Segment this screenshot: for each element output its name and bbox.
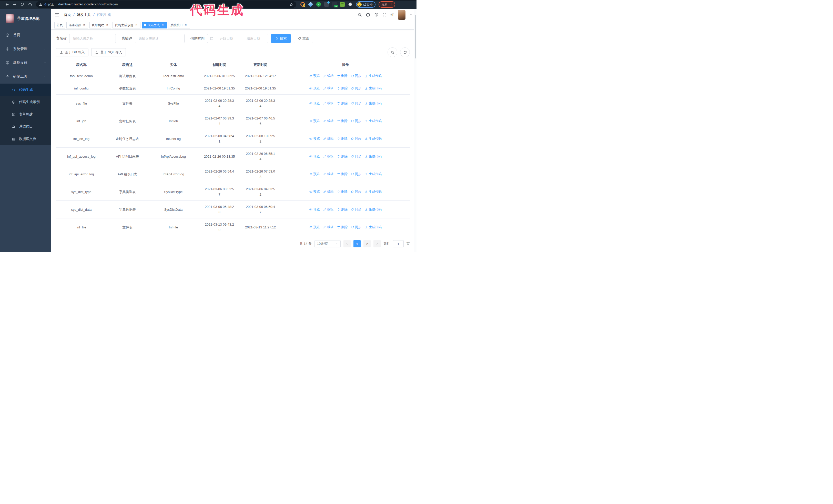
- action-download-link[interactable]: 生成代码: [365, 73, 382, 79]
- action-download-link[interactable]: 生成代码: [365, 171, 382, 177]
- help-icon[interactable]: [374, 13, 379, 17]
- action-eye-link[interactable]: 预览: [309, 171, 320, 177]
- action-trash-link[interactable]: 删除: [337, 101, 348, 106]
- action-sync-link[interactable]: 同步: [351, 224, 361, 230]
- action-eye-link[interactable]: 预览: [309, 118, 320, 124]
- action-trash-link[interactable]: 删除: [337, 207, 348, 212]
- action-trash-link[interactable]: 删除: [337, 171, 348, 177]
- action-download-link[interactable]: 生成代码: [365, 154, 382, 159]
- refresh-table-button[interactable]: [400, 47, 410, 57]
- action-edit-link[interactable]: 编辑: [323, 224, 334, 230]
- action-edit-link[interactable]: 编辑: [323, 118, 334, 124]
- tab-close-icon[interactable]: ×: [135, 23, 138, 27]
- tab-close-icon[interactable]: ×: [161, 23, 165, 27]
- action-download-link[interactable]: 生成代码: [365, 189, 382, 195]
- security-warning-icon[interactable]: [39, 3, 42, 6]
- tab-链路追踪[interactable]: 链路追踪 ×: [66, 22, 88, 28]
- action-eye-link[interactable]: 预览: [309, 224, 320, 230]
- action-edit-link[interactable]: 编辑: [323, 189, 334, 195]
- end-date-placeholder[interactable]: 结束日期: [241, 36, 265, 41]
- extension-icon-check[interactable]: ✓: [316, 2, 321, 7]
- action-trash-link[interactable]: 删除: [337, 118, 348, 124]
- browser-forward-button[interactable]: [11, 1, 19, 8]
- action-sync-link[interactable]: 同步: [351, 171, 361, 177]
- tab-表单构建[interactable]: 表单构建 ×: [90, 22, 111, 28]
- action-edit-link[interactable]: 编辑: [323, 86, 334, 91]
- scrollbar-thumb[interactable]: [415, 15, 416, 58]
- breadcrumb-tools[interactable]: 研发工具: [77, 13, 91, 17]
- import-sql-button[interactable]: 基于 SQL 导入: [91, 48, 126, 56]
- sidebar-item-monitor[interactable]: 基础设施: [0, 56, 51, 70]
- action-eye-link[interactable]: 预览: [309, 154, 320, 159]
- sidebar-subitem-shield[interactable]: 代码生成示例: [0, 96, 51, 108]
- tab-代码生成示例[interactable]: 代码生成示例 ×: [113, 22, 140, 28]
- action-eye-link[interactable]: 预览: [309, 86, 320, 91]
- date-range-picker[interactable]: 开始日期 - 结束日期: [207, 34, 268, 43]
- tab-close-icon[interactable]: ×: [82, 23, 86, 27]
- action-trash-link[interactable]: 删除: [337, 189, 348, 195]
- action-edit-link[interactable]: 编辑: [323, 73, 334, 79]
- app-logo[interactable]: 芋道管理系统: [0, 9, 51, 28]
- extensions-puzzle-icon[interactable]: [348, 2, 352, 7]
- action-eye-link[interactable]: 预览: [309, 73, 320, 79]
- action-eye-link[interactable]: 预览: [309, 101, 320, 106]
- sidebar-subitem-sliders[interactable]: 系统接口: [0, 120, 51, 133]
- bookmark-star-icon[interactable]: [289, 3, 293, 6]
- browser-menu-icon[interactable]: ⋮: [389, 3, 392, 6]
- table-desc-input[interactable]: [135, 34, 185, 43]
- action-sync-link[interactable]: 同步: [351, 73, 361, 79]
- toggle-search-button[interactable]: [387, 47, 397, 57]
- action-edit-link[interactable]: 编辑: [323, 171, 334, 177]
- sidebar-subitem-grid[interactable]: 数据库文档: [0, 133, 51, 145]
- sidebar-item-briefcase[interactable]: 研发工具: [0, 70, 51, 83]
- action-download-link[interactable]: 生成代码: [365, 136, 382, 142]
- extension-icon-orange[interactable]: 1: [301, 2, 305, 7]
- action-trash-link[interactable]: 删除: [337, 73, 348, 79]
- tab-close-icon[interactable]: ×: [105, 23, 109, 27]
- tab-active-代码生成[interactable]: 代码生成 ×: [142, 22, 167, 28]
- sidebar-item-gear[interactable]: 系统管理: [0, 42, 51, 56]
- tab-close-icon[interactable]: ×: [184, 23, 188, 27]
- action-sync-link[interactable]: 同步: [351, 86, 361, 91]
- action-sync-link[interactable]: 同步: [351, 154, 361, 159]
- fullscreen-icon[interactable]: [382, 13, 387, 17]
- extension-icon-gem[interactable]: [308, 2, 313, 7]
- action-trash-link[interactable]: 删除: [337, 154, 348, 159]
- search-button[interactable]: 搜索: [271, 34, 291, 43]
- extension-icon-switch[interactable]: on: [332, 2, 337, 7]
- browser-update-button[interactable]: 更新 ⋮: [379, 1, 395, 8]
- action-eye-link[interactable]: 预览: [309, 136, 320, 142]
- browser-home-button[interactable]: [26, 1, 34, 8]
- prev-page-button[interactable]: [343, 240, 351, 247]
- action-edit-link[interactable]: 编辑: [323, 207, 334, 212]
- user-menu-caret-icon[interactable]: [409, 13, 412, 17]
- table-name-input[interactable]: [69, 34, 116, 43]
- action-eye-link[interactable]: 预览: [309, 207, 320, 212]
- page-button-1[interactable]: 1: [353, 240, 361, 247]
- sidebar-item-dashboard[interactable]: 首页: [0, 28, 51, 42]
- browser-back-button[interactable]: [3, 1, 11, 8]
- browser-profile-chip[interactable]: 已暂停: [356, 1, 376, 8]
- action-sync-link[interactable]: 同步: [351, 101, 361, 106]
- action-edit-link[interactable]: 编辑: [323, 101, 334, 106]
- action-sync-link[interactable]: 同步: [351, 189, 361, 195]
- start-date-placeholder[interactable]: 开始日期: [215, 36, 238, 41]
- search-icon[interactable]: [358, 13, 362, 17]
- action-download-link[interactable]: 生成代码: [365, 207, 382, 212]
- page-scrollbar[interactable]: [414, 9, 416, 252]
- import-db-button[interactable]: 基于 DB 导入: [56, 48, 89, 56]
- extension-icon-grid[interactable]: [324, 2, 329, 7]
- sidebar-subitem-form[interactable]: 表单构建: [0, 108, 51, 120]
- action-sync-link[interactable]: 同步: [351, 207, 361, 212]
- action-download-link[interactable]: 生成代码: [365, 118, 382, 124]
- action-edit-link[interactable]: 编辑: [323, 136, 334, 142]
- action-trash-link[interactable]: 删除: [337, 86, 348, 91]
- browser-reload-button[interactable]: [19, 1, 26, 8]
- action-eye-link[interactable]: 预览: [309, 189, 320, 195]
- action-download-link[interactable]: 生成代码: [365, 224, 382, 230]
- tab-系统接口[interactable]: 系统接口 ×: [168, 22, 190, 28]
- tab-首页[interactable]: 首页: [54, 22, 65, 28]
- user-avatar[interactable]: [398, 10, 405, 20]
- goto-page-input[interactable]: [393, 240, 404, 247]
- breadcrumb-home[interactable]: 首页: [64, 13, 71, 17]
